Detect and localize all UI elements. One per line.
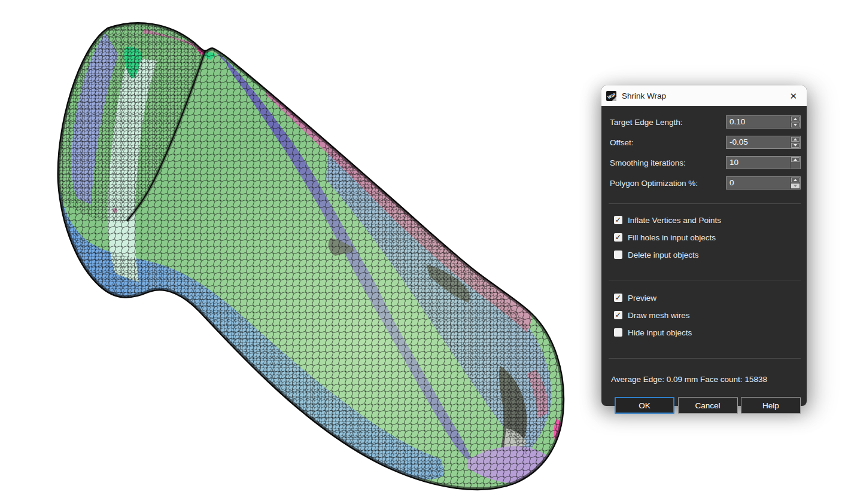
- target-edge-length-spinner: [790, 116, 800, 128]
- checkbox-label: Delete input objects: [628, 251, 699, 259]
- spinner-down-button[interactable]: [791, 163, 800, 168]
- offset-label: Offset:: [609, 138, 726, 147]
- checkbox-box[interactable]: ✓: [614, 233, 622, 242]
- target-edge-length-input[interactable]: 0.10: [726, 115, 801, 129]
- checkbox-label: Preview: [628, 294, 656, 303]
- checkbox-label: Inflate Vertices and Points: [628, 216, 721, 225]
- offset-value: -0.05: [727, 136, 790, 148]
- dialog-titlebar[interactable]: WIP Shrink Wrap ✕: [601, 85, 807, 106]
- target-edge-length-value: 0.10: [727, 116, 790, 128]
- checkbox-box[interactable]: [614, 251, 622, 259]
- field-row-polygon-optimization: Polygon Optimization %: 0: [609, 176, 801, 190]
- spinner-up-icon: [794, 158, 797, 161]
- checkbox-box[interactable]: ✓: [614, 294, 622, 302]
- region-violet-spike: [539, 467, 554, 480]
- status-text: Average Edge: 0.09 mm Face count: 15838: [609, 375, 801, 386]
- checkbox-preview[interactable]: ✓ Preview: [614, 293, 801, 303]
- viewport-3d[interactable]: [0, 0, 598, 504]
- smoothing-iterations-value: 10: [727, 157, 790, 169]
- smoothing-iterations-label: Smoothing iterations:: [609, 158, 726, 167]
- spinner-down-icon: [794, 185, 797, 187]
- checkbox-draw-mesh-wires[interactable]: ✓ Draw mesh wires: [614, 310, 801, 320]
- smoothing-iterations-input[interactable]: 10: [726, 156, 801, 169]
- dialog-body: Target Edge Length: 0.10 Offset: -0.05 S…: [601, 106, 807, 396]
- spinner-up-button[interactable]: [791, 157, 800, 162]
- field-row-offset: Offset: -0.05: [609, 136, 801, 149]
- checkbox-delete-input-objects[interactable]: Delete input objects: [614, 250, 801, 259]
- checkbox-box[interactable]: ✓: [614, 311, 622, 319]
- spinner-down-button[interactable]: [791, 184, 800, 188]
- app-icon: WIP: [606, 91, 616, 101]
- checkbox-inflate-vertices[interactable]: ✓ Inflate Vertices and Points: [614, 215, 801, 225]
- checkbox-box[interactable]: ✓: [614, 216, 622, 224]
- spinner-up-icon: [794, 118, 797, 120]
- checkbox-box[interactable]: [614, 328, 622, 337]
- help-button[interactable]: Help: [741, 397, 801, 414]
- checkbox-label: Hide input objects: [628, 328, 692, 337]
- target-edge-length-label: Target Edge Length:: [609, 118, 726, 127]
- smoothing-iterations-spinner: [790, 157, 800, 169]
- field-row-target-edge-length: Target Edge Length: 0.10: [609, 115, 801, 129]
- spinner-down-icon: [794, 124, 797, 126]
- polygon-optimization-value: 0: [727, 177, 790, 189]
- shoe-last-model: [0, 0, 598, 504]
- spinner-down-icon: [794, 144, 797, 146]
- checkbox-label: Draw mesh wires: [628, 311, 690, 320]
- polygon-optimization-label: Polygon Optimization %:: [609, 179, 726, 188]
- spinner-down-button[interactable]: [791, 123, 800, 127]
- checkbox-fill-holes[interactable]: ✓ Fill holes in input objects: [614, 233, 801, 242]
- checkbox-hide-input-objects[interactable]: Hide input objects: [614, 328, 801, 337]
- field-row-smoothing-iterations: Smoothing iterations: 10: [609, 156, 801, 169]
- checkbox-label: Fill holes in input objects: [628, 233, 716, 242]
- spinner-up-icon: [794, 138, 797, 140]
- polygon-optimization-spinner: [790, 177, 800, 189]
- spinner-up-button[interactable]: [791, 117, 800, 121]
- shrink-wrap-dialog: WIP Shrink Wrap ✕ Target Edge Length: 0.…: [601, 85, 807, 406]
- spinner-up-button[interactable]: [791, 178, 800, 182]
- spinner-up-button[interactable]: [791, 137, 800, 142]
- ok-button[interactable]: OK: [615, 397, 674, 414]
- close-icon[interactable]: ✕: [787, 90, 800, 102]
- spinner-up-icon: [794, 179, 797, 181]
- separator: [609, 203, 801, 204]
- separator: [609, 280, 801, 280]
- offset-spinner: [790, 136, 800, 148]
- spinner-down-button[interactable]: [791, 143, 800, 148]
- dialog-title: Shrink Wrap: [622, 91, 666, 100]
- separator: [609, 358, 801, 359]
- polygon-optimization-input[interactable]: 0: [726, 176, 801, 190]
- dialog-button-row: OK Cancel Help: [609, 397, 801, 414]
- app-icon-text: WIP: [607, 92, 616, 99]
- cancel-button[interactable]: Cancel: [678, 397, 738, 414]
- offset-input[interactable]: -0.05: [726, 136, 801, 149]
